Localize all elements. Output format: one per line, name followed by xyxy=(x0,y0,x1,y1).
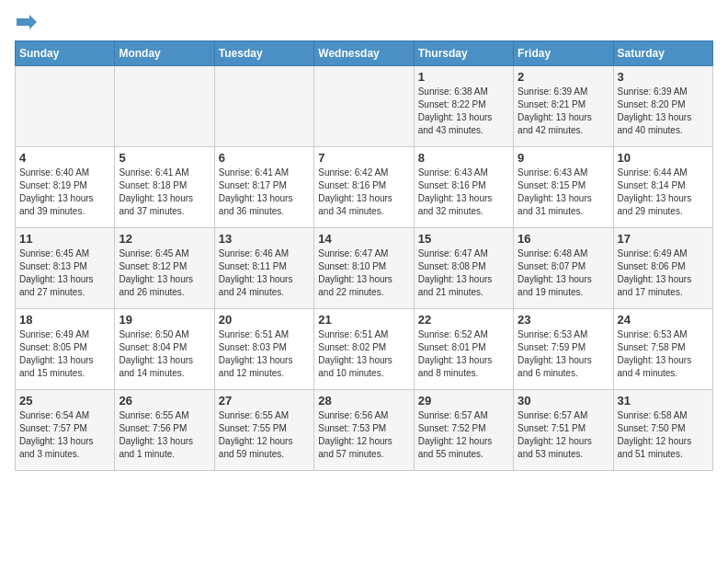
day-info: Sunrise: 6:43 AM Sunset: 8:16 PM Dayligh… xyxy=(418,167,509,218)
day-number: 24 xyxy=(618,313,709,327)
day-number: 14 xyxy=(318,232,409,246)
calendar-cell: 18Sunrise: 6:49 AM Sunset: 8:05 PM Dayli… xyxy=(16,309,115,390)
calendar-cell: 30Sunrise: 6:57 AM Sunset: 7:51 PM Dayli… xyxy=(514,390,613,471)
day-info: Sunrise: 6:44 AM Sunset: 8:14 PM Dayligh… xyxy=(618,167,709,218)
day-number: 31 xyxy=(618,394,709,408)
calendar-cell xyxy=(314,66,414,147)
day-info: Sunrise: 6:42 AM Sunset: 8:16 PM Dayligh… xyxy=(318,167,409,218)
day-info: Sunrise: 6:48 AM Sunset: 8:07 PM Dayligh… xyxy=(518,247,609,299)
calendar-cell: 27Sunrise: 6:55 AM Sunset: 7:55 PM Dayli… xyxy=(214,390,313,471)
day-number: 21 xyxy=(318,313,409,327)
day-number: 9 xyxy=(518,151,609,165)
day-info: Sunrise: 6:47 AM Sunset: 8:08 PM Dayligh… xyxy=(418,247,509,299)
day-info: Sunrise: 6:45 AM Sunset: 8:12 PM Dayligh… xyxy=(119,247,210,299)
col-header-friday: Friday xyxy=(514,41,613,66)
week-row-4: 18Sunrise: 6:49 AM Sunset: 8:05 PM Dayli… xyxy=(16,309,713,390)
calendar-cell: 21Sunrise: 6:51 AM Sunset: 8:02 PM Dayli… xyxy=(314,309,414,390)
calendar-cell: 6Sunrise: 6:41 AM Sunset: 8:17 PM Daylig… xyxy=(214,147,313,228)
calendar-cell xyxy=(115,66,214,147)
calendar-cell: 7Sunrise: 6:42 AM Sunset: 8:16 PM Daylig… xyxy=(314,147,414,228)
svg-marker-0 xyxy=(17,15,37,29)
day-number: 28 xyxy=(318,394,409,408)
day-info: Sunrise: 6:46 AM Sunset: 8:11 PM Dayligh… xyxy=(219,247,310,299)
day-number: 19 xyxy=(119,313,210,327)
day-info: Sunrise: 6:43 AM Sunset: 8:15 PM Dayligh… xyxy=(518,167,609,218)
day-number: 8 xyxy=(418,151,509,165)
day-number: 5 xyxy=(119,151,210,165)
calendar-cell: 29Sunrise: 6:57 AM Sunset: 7:52 PM Dayli… xyxy=(414,390,513,471)
day-number: 13 xyxy=(219,232,310,246)
day-info: Sunrise: 6:50 AM Sunset: 8:04 PM Dayligh… xyxy=(119,328,210,380)
day-number: 15 xyxy=(418,232,509,246)
calendar-cell: 22Sunrise: 6:52 AM Sunset: 8:01 PM Dayli… xyxy=(414,309,513,390)
day-info: Sunrise: 6:49 AM Sunset: 8:05 PM Dayligh… xyxy=(19,328,110,380)
day-number: 30 xyxy=(518,394,609,408)
day-number: 6 xyxy=(219,151,310,165)
calendar-cell: 9Sunrise: 6:43 AM Sunset: 8:15 PM Daylig… xyxy=(514,147,613,228)
calendar-cell: 31Sunrise: 6:58 AM Sunset: 7:50 PM Dayli… xyxy=(613,390,712,471)
calendar-cell: 4Sunrise: 6:40 AM Sunset: 8:19 PM Daylig… xyxy=(16,147,115,228)
day-number: 4 xyxy=(19,151,110,165)
calendar-cell xyxy=(214,66,313,147)
day-number: 25 xyxy=(19,394,110,408)
week-row-3: 11Sunrise: 6:45 AM Sunset: 8:13 PM Dayli… xyxy=(16,228,713,309)
day-number: 27 xyxy=(219,394,310,408)
day-info: Sunrise: 6:51 AM Sunset: 8:02 PM Dayligh… xyxy=(318,328,409,380)
col-header-sunday: Sunday xyxy=(16,41,115,66)
day-info: Sunrise: 6:54 AM Sunset: 7:57 PM Dayligh… xyxy=(19,409,110,461)
calendar-cell xyxy=(16,66,115,147)
calendar-cell: 19Sunrise: 6:50 AM Sunset: 8:04 PM Dayli… xyxy=(115,309,214,390)
logo xyxy=(15,15,37,29)
header-row: SundayMondayTuesdayWednesdayThursdayFrid… xyxy=(16,41,713,66)
calendar-cell: 13Sunrise: 6:46 AM Sunset: 8:11 PM Dayli… xyxy=(214,228,313,309)
week-row-5: 25Sunrise: 6:54 AM Sunset: 7:57 PM Dayli… xyxy=(16,390,713,471)
week-row-1: 1Sunrise: 6:38 AM Sunset: 8:22 PM Daylig… xyxy=(16,66,713,147)
day-number: 29 xyxy=(418,394,509,408)
day-number: 23 xyxy=(518,313,609,327)
day-number: 7 xyxy=(318,151,409,165)
calendar-cell: 28Sunrise: 6:56 AM Sunset: 7:53 PM Dayli… xyxy=(314,390,414,471)
day-number: 3 xyxy=(618,70,709,84)
day-info: Sunrise: 6:41 AM Sunset: 8:17 PM Dayligh… xyxy=(219,167,310,218)
day-info: Sunrise: 6:58 AM Sunset: 7:50 PM Dayligh… xyxy=(618,409,709,461)
calendar-cell: 11Sunrise: 6:45 AM Sunset: 8:13 PM Dayli… xyxy=(16,228,115,309)
day-number: 11 xyxy=(19,232,110,246)
col-header-tuesday: Tuesday xyxy=(214,41,313,66)
day-info: Sunrise: 6:47 AM Sunset: 8:10 PM Dayligh… xyxy=(318,247,409,299)
day-info: Sunrise: 6:41 AM Sunset: 8:18 PM Dayligh… xyxy=(119,167,210,218)
day-info: Sunrise: 6:39 AM Sunset: 8:20 PM Dayligh… xyxy=(618,86,709,137)
day-number: 12 xyxy=(119,232,210,246)
calendar-cell: 17Sunrise: 6:49 AM Sunset: 8:06 PM Dayli… xyxy=(613,228,712,309)
day-info: Sunrise: 6:57 AM Sunset: 7:51 PM Dayligh… xyxy=(518,409,609,461)
day-info: Sunrise: 6:49 AM Sunset: 8:06 PM Dayligh… xyxy=(618,247,709,299)
col-header-saturday: Saturday xyxy=(613,41,712,66)
logo-arrow-icon xyxy=(17,15,37,29)
day-info: Sunrise: 6:56 AM Sunset: 7:53 PM Dayligh… xyxy=(318,409,409,461)
calendar-cell: 16Sunrise: 6:48 AM Sunset: 8:07 PM Dayli… xyxy=(514,228,613,309)
day-number: 20 xyxy=(219,313,310,327)
day-number: 1 xyxy=(418,70,509,84)
calendar-cell: 10Sunrise: 6:44 AM Sunset: 8:14 PM Dayli… xyxy=(613,147,712,228)
week-row-2: 4Sunrise: 6:40 AM Sunset: 8:19 PM Daylig… xyxy=(16,147,713,228)
day-info: Sunrise: 6:55 AM Sunset: 7:55 PM Dayligh… xyxy=(219,409,310,461)
day-info: Sunrise: 6:55 AM Sunset: 7:56 PM Dayligh… xyxy=(119,409,210,461)
day-info: Sunrise: 6:51 AM Sunset: 8:03 PM Dayligh… xyxy=(219,328,310,380)
day-info: Sunrise: 6:57 AM Sunset: 7:52 PM Dayligh… xyxy=(418,409,509,461)
calendar-cell: 14Sunrise: 6:47 AM Sunset: 8:10 PM Dayli… xyxy=(314,228,414,309)
calendar-cell: 3Sunrise: 6:39 AM Sunset: 8:20 PM Daylig… xyxy=(613,66,712,147)
calendar-cell: 1Sunrise: 6:38 AM Sunset: 8:22 PM Daylig… xyxy=(414,66,513,147)
calendar-cell: 2Sunrise: 6:39 AM Sunset: 8:21 PM Daylig… xyxy=(514,66,613,147)
calendar-cell: 24Sunrise: 6:53 AM Sunset: 7:58 PM Dayli… xyxy=(613,309,712,390)
day-number: 18 xyxy=(19,313,110,327)
calendar-cell: 5Sunrise: 6:41 AM Sunset: 8:18 PM Daylig… xyxy=(115,147,214,228)
day-info: Sunrise: 6:53 AM Sunset: 7:58 PM Dayligh… xyxy=(618,328,709,380)
day-info: Sunrise: 6:45 AM Sunset: 8:13 PM Dayligh… xyxy=(19,247,110,299)
calendar-cell: 12Sunrise: 6:45 AM Sunset: 8:12 PM Dayli… xyxy=(115,228,214,309)
calendar-cell: 25Sunrise: 6:54 AM Sunset: 7:57 PM Dayli… xyxy=(16,390,115,471)
col-header-wednesday: Wednesday xyxy=(314,41,414,66)
day-number: 26 xyxy=(119,394,210,408)
day-number: 16 xyxy=(518,232,609,246)
calendar-cell: 26Sunrise: 6:55 AM Sunset: 7:56 PM Dayli… xyxy=(115,390,214,471)
day-number: 17 xyxy=(618,232,709,246)
calendar-cell: 8Sunrise: 6:43 AM Sunset: 8:16 PM Daylig… xyxy=(414,147,513,228)
